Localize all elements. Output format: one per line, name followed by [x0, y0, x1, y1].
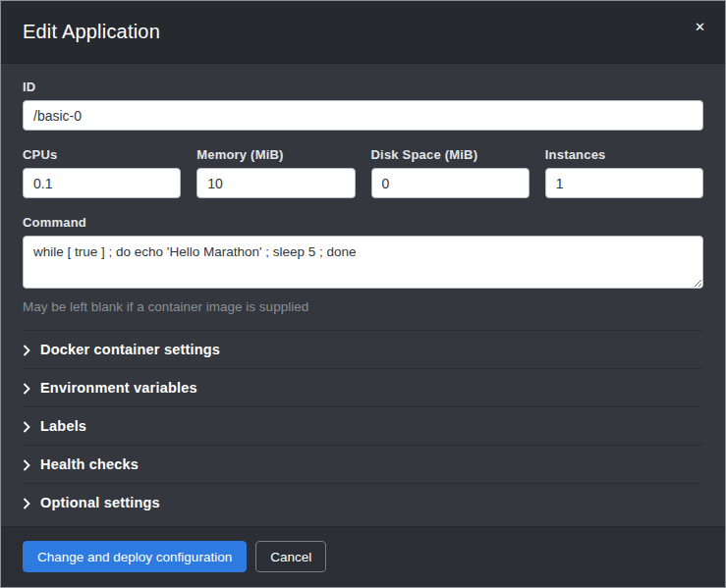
id-field-group: ID: [23, 80, 703, 131]
change-and-deploy-button[interactable]: Change and deploy configuration: [23, 541, 247, 572]
instances-label: Instances: [545, 147, 703, 162]
command-textarea[interactable]: while [ true ] ; do echo 'Hello Marathon…: [23, 236, 703, 289]
page-title: Edit Application: [23, 21, 160, 43]
section-environment-variables[interactable]: Environment variables: [23, 368, 703, 406]
section-label: Environment variables: [40, 380, 197, 396]
cpus-input[interactable]: [23, 168, 181, 198]
section-label: Docker container settings: [40, 342, 220, 357]
memory-input[interactable]: [196, 168, 355, 198]
disk-space-label: Disk Space (MiB): [371, 147, 530, 162]
chevron-right-icon: [23, 459, 30, 471]
close-icon: ✕: [695, 20, 705, 34]
modal-footer: Change and deploy configuration Cancel: [1, 526, 725, 587]
chevron-right-icon: [23, 383, 30, 395]
section-health-checks[interactable]: Health checks: [23, 445, 703, 483]
collapsible-sections: Docker container settings Environment va…: [23, 330, 703, 521]
chevron-right-icon: [23, 498, 30, 509]
command-field-group: Command while [ true ] ; do echo 'Hello …: [23, 215, 703, 328]
section-label: Labels: [40, 418, 86, 434]
close-button[interactable]: ✕: [691, 17, 709, 37]
modal-header: Edit Application ✕: [1, 1, 725, 64]
edit-application-modal: Edit Application ✕ ID CPUs Memory (MiB) …: [0, 0, 726, 588]
section-label: Optional settings: [40, 495, 160, 510]
command-label: Command: [23, 215, 703, 230]
id-input[interactable]: [23, 100, 703, 131]
resources-row: CPUs Memory (MiB) Disk Space (MiB) Insta…: [23, 147, 703, 198]
section-labels[interactable]: Labels: [23, 406, 703, 445]
cpus-field-group: CPUs: [23, 147, 181, 198]
section-docker-container-settings[interactable]: Docker container settings: [23, 330, 703, 368]
command-help-text: May be left blank if a container image i…: [23, 299, 703, 314]
section-label: Health checks: [40, 456, 139, 472]
section-optional-settings[interactable]: Optional settings: [23, 483, 703, 521]
memory-label: Memory (MiB): [196, 147, 355, 162]
cancel-button[interactable]: Cancel: [255, 541, 326, 572]
id-label: ID: [23, 80, 703, 94]
memory-field-group: Memory (MiB): [196, 147, 355, 198]
instances-field-group: Instances: [545, 147, 703, 198]
cpus-label: CPUs: [23, 147, 181, 162]
modal-body: ID CPUs Memory (MiB) Disk Space (MiB) In…: [1, 64, 725, 526]
instances-input[interactable]: [545, 168, 703, 198]
chevron-right-icon: [23, 345, 30, 356]
disk-field-group: Disk Space (MiB): [371, 147, 530, 198]
chevron-right-icon: [23, 421, 30, 433]
disk-space-input[interactable]: [371, 168, 530, 198]
